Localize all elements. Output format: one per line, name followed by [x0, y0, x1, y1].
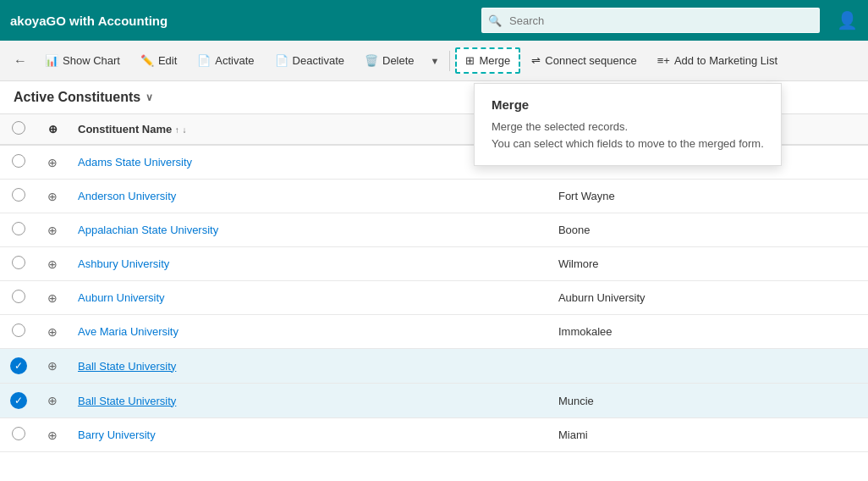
constituent-name-cell: Auburn University — [68, 281, 548, 315]
sort-desc-icon[interactable]: ↓ — [182, 125, 186, 135]
delete-label: Delete — [382, 54, 415, 67]
constituent-name-cell: Barry University — [68, 418, 548, 452]
row-checkbox-cell: ✓ — [0, 384, 37, 418]
table-row: ⊕Ave Maria UniversityImmokalee — [0, 315, 868, 349]
row-checkbox[interactable] — [12, 256, 25, 269]
row-type-icon-cell: ⊕ — [37, 213, 68, 247]
edit-icon: ✏️ — [140, 54, 154, 67]
row-checkbox[interactable]: ✓ — [10, 357, 27, 374]
row-checkbox-cell — [0, 145, 37, 180]
row-type-icon-cell: ⊕ — [37, 281, 68, 315]
entity-icon: ⊕ — [47, 394, 58, 407]
merge-popup-detail-text: You can select which fields to move to t… — [492, 137, 764, 150]
row-checkbox-cell — [0, 418, 37, 452]
row-checkbox[interactable]: ✓ — [10, 392, 27, 409]
entity-icon: ⊕ — [47, 190, 58, 203]
table-row: ⊕Anderson UniversityFort Wayne — [0, 180, 868, 213]
constituent-name-cell: Ashbury University — [68, 247, 548, 281]
merge-button[interactable]: ⊞ Merge — [455, 47, 520, 74]
primary-city-cell: Auburn University — [548, 281, 868, 315]
row-checkbox-cell — [0, 247, 37, 281]
delete-button[interactable]: 🗑️ Delete — [355, 48, 424, 73]
entity-icon: ⊕ — [47, 428, 58, 442]
constituent-name-link[interactable]: Adams State University — [78, 156, 192, 169]
constituent-name-cell: Appalachian State University — [68, 213, 548, 247]
constituent-name-link[interactable]: Ashbury University — [78, 257, 169, 270]
constituent-name-link[interactable]: Ave Maria University — [78, 325, 179, 338]
table-row: ⊕Barry UniversityMiami — [0, 418, 868, 452]
constituent-name-cell: Ave Maria University — [68, 315, 548, 349]
delete-icon: 🗑️ — [365, 54, 378, 67]
row-type-icon-cell: ⊕ — [37, 180, 68, 213]
edit-button[interactable]: ✏️ Edit — [131, 48, 186, 73]
select-all-header — [0, 114, 37, 145]
row-checkbox-cell — [0, 213, 37, 247]
select-all-checkbox[interactable] — [12, 121, 25, 135]
primary-city-cell: Muncie — [548, 384, 868, 418]
edit-label: Edit — [158, 54, 177, 67]
app-title: akoyaGO with Accounting — [10, 14, 168, 28]
back-button[interactable]: ← — [7, 48, 34, 74]
marketing-icon: ≡+ — [657, 54, 670, 67]
primary-city-cell: Immokalee — [548, 315, 868, 349]
activate-button[interactable]: 📄 Activate — [188, 48, 263, 73]
more-options-button[interactable]: ▼ — [426, 50, 445, 72]
entity-icon: ⊕ — [47, 156, 58, 169]
constituent-name-link[interactable]: Anderson University — [78, 190, 176, 202]
merge-popup: Merge Merge the selected records. You ca… — [474, 83, 782, 166]
constituent-name-link[interactable]: Barry University — [78, 428, 156, 441]
row-type-icon-cell: ⊕ — [37, 315, 68, 349]
deactivate-button[interactable]: 📄 Deactivate — [266, 48, 354, 73]
constituent-name-link[interactable]: Auburn University — [78, 291, 165, 304]
row-type-icon-cell: ⊕ — [37, 349, 68, 384]
search-input[interactable] — [481, 8, 820, 33]
table-row: ⊕Ashbury UniversityWilmore — [0, 247, 868, 281]
constituent-name-cell: Ball State University — [68, 384, 548, 418]
constituent-name-link[interactable]: Appalachian State University — [78, 224, 218, 236]
constituent-name-link[interactable]: Ball State University — [78, 395, 176, 407]
row-checkbox-cell — [0, 180, 37, 213]
constituent-name-header-label: Constituent Name — [78, 123, 172, 135]
user-icon[interactable]: 👤 — [837, 10, 858, 30]
row-checkbox[interactable] — [12, 154, 25, 168]
row-checkbox[interactable] — [12, 323, 25, 337]
table-body: ⊕Adams State UniversityAlamosa⊕Anderson … — [0, 145, 868, 452]
primary-city-cell — [548, 349, 868, 384]
merge-label: Merge — [479, 54, 510, 67]
row-checkbox-cell — [0, 281, 37, 315]
table-row: ⊕Auburn UniversityAuburn University — [0, 281, 868, 315]
add-to-marketing-list-button[interactable]: ≡+ Add to Marketing List — [648, 48, 787, 73]
row-checkbox[interactable] — [12, 427, 25, 440]
row-checkbox[interactable] — [12, 290, 25, 303]
row-checkbox[interactable] — [12, 188, 25, 202]
activate-label: Activate — [215, 54, 254, 67]
entity-icon: ⊕ — [47, 325, 58, 339]
row-checkbox[interactable] — [12, 222, 25, 235]
primary-city-cell: Miami — [548, 418, 868, 452]
row-type-icon-cell: ⊕ — [37, 418, 68, 452]
entity-icon: ⊕ — [47, 224, 58, 237]
show-chart-button[interactable]: 📊 Show Chart — [36, 48, 129, 73]
table-row: ⊕Appalachian State UniversityBoone — [0, 213, 868, 247]
sort-asc-icon[interactable]: ↑ — [175, 125, 179, 135]
constituent-name-cell: Ball State University — [68, 349, 548, 384]
search-container: 🔍 — [481, 8, 820, 33]
data-table-container: ⊕ Constituent Name ↑ ↓ Pri ▾ ⊕Adams Stat… — [0, 114, 868, 481]
list-title-chevron-icon[interactable]: ∨ — [146, 91, 153, 103]
entity-icon: ⊕ — [47, 257, 58, 271]
merge-popup-desc-text: Merge the selected records. — [492, 120, 628, 133]
toolbar-separator-1 — [449, 51, 450, 71]
deactivate-icon: 📄 — [275, 54, 288, 67]
row-type-icon-cell: ⊕ — [37, 384, 68, 418]
row-type-icon-cell: ⊕ — [37, 247, 68, 281]
merge-popup-title: Merge — [492, 97, 764, 112]
primary-city-cell: Fort Wayne — [548, 180, 868, 213]
connect-sequence-button[interactable]: ⇌ Connect sequence — [522, 48, 646, 73]
row-icon-header: ⊕ — [37, 114, 68, 145]
primary-city-cell: Boone — [548, 213, 868, 247]
entity-icon: ⊕ — [47, 359, 58, 373]
constituent-name-link[interactable]: Ball State University — [78, 360, 176, 373]
connect-icon: ⇌ — [531, 54, 541, 67]
activate-icon: 📄 — [197, 54, 211, 67]
row-type-icon-cell: ⊕ — [37, 145, 68, 180]
